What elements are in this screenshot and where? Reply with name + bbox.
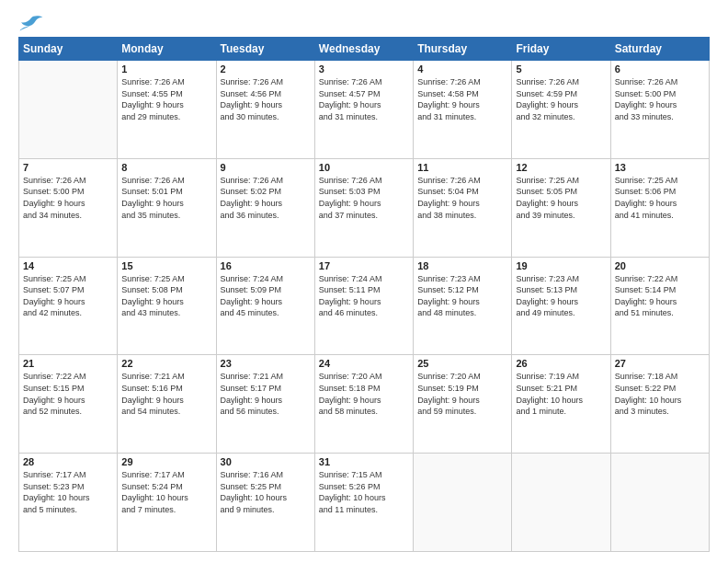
calendar-cell — [610, 454, 709, 552]
day-number: 18 — [417, 260, 507, 271]
day-info: Sunrise: 7:18 AM Sunset: 5:22 PM Dayligh… — [615, 371, 705, 417]
day-number: 2 — [221, 63, 311, 75]
day-info: Sunrise: 7:24 AM Sunset: 5:09 PM Dayligh… — [221, 273, 311, 319]
day-info: Sunrise: 7:23 AM Sunset: 5:12 PM Dayligh… — [417, 273, 507, 319]
day-info: Sunrise: 7:16 AM Sunset: 5:25 PM Dayligh… — [221, 469, 311, 515]
day-info: Sunrise: 7:21 AM Sunset: 5:17 PM Dayligh… — [221, 371, 311, 417]
calendar-cell: 23Sunrise: 7:21 AM Sunset: 5:17 PM Dayli… — [216, 355, 314, 454]
calendar-cell: 9Sunrise: 7:26 AM Sunset: 5:02 PM Daylig… — [216, 158, 314, 257]
calendar-cell: 12Sunrise: 7:25 AM Sunset: 5:05 PM Dayli… — [512, 158, 610, 257]
calendar-cell: 15Sunrise: 7:25 AM Sunset: 5:08 PM Dayli… — [118, 257, 216, 355]
day-info: Sunrise: 7:25 AM Sunset: 5:06 PM Dayligh… — [615, 175, 705, 221]
day-number: 17 — [319, 260, 409, 271]
calendar-cell: 24Sunrise: 7:20 AM Sunset: 5:18 PM Dayli… — [314, 355, 413, 454]
day-info: Sunrise: 7:26 AM Sunset: 4:55 PM Dayligh… — [121, 76, 211, 122]
calendar-cell: 6Sunrise: 7:26 AM Sunset: 5:00 PM Daylig… — [610, 61, 709, 159]
calendar-cell: 14Sunrise: 7:25 AM Sunset: 5:07 PM Dayli… — [19, 257, 118, 355]
day-number: 4 — [417, 63, 507, 75]
calendar-week-row: 14Sunrise: 7:25 AM Sunset: 5:07 PM Dayli… — [19, 257, 710, 355]
day-number: 14 — [23, 260, 113, 271]
calendar-cell: 7Sunrise: 7:26 AM Sunset: 5:00 PM Daylig… — [19, 158, 118, 257]
day-info: Sunrise: 7:26 AM Sunset: 4:57 PM Dayligh… — [319, 76, 409, 122]
calendar-cell: 30Sunrise: 7:16 AM Sunset: 5:25 PM Dayli… — [216, 454, 314, 552]
calendar-week-row: 28Sunrise: 7:17 AM Sunset: 5:23 PM Dayli… — [19, 454, 710, 552]
day-number: 26 — [516, 358, 606, 369]
calendar-cell: 20Sunrise: 7:22 AM Sunset: 5:14 PM Dayli… — [610, 257, 709, 355]
calendar-cell: 3Sunrise: 7:26 AM Sunset: 4:57 PM Daylig… — [314, 61, 413, 159]
calendar-cell: 16Sunrise: 7:24 AM Sunset: 5:09 PM Dayli… — [216, 257, 314, 355]
day-number: 9 — [221, 162, 311, 173]
calendar-cell: 27Sunrise: 7:18 AM Sunset: 5:22 PM Dayli… — [610, 355, 709, 454]
day-number: 6 — [615, 63, 705, 75]
day-info: Sunrise: 7:26 AM Sunset: 5:03 PM Dayligh… — [319, 175, 409, 221]
day-number: 11 — [417, 162, 507, 173]
day-info: Sunrise: 7:22 AM Sunset: 5:15 PM Dayligh… — [23, 371, 113, 417]
day-info: Sunrise: 7:22 AM Sunset: 5:14 PM Dayligh… — [615, 273, 705, 319]
day-info: Sunrise: 7:26 AM Sunset: 4:58 PM Dayligh… — [417, 76, 507, 122]
day-info: Sunrise: 7:25 AM Sunset: 5:05 PM Dayligh… — [516, 175, 606, 221]
logo — [18, 15, 53, 31]
day-number: 30 — [221, 456, 311, 467]
calendar-cell: 31Sunrise: 7:15 AM Sunset: 5:26 PM Dayli… — [314, 454, 413, 552]
day-number: 21 — [23, 358, 113, 369]
day-info: Sunrise: 7:20 AM Sunset: 5:19 PM Dayligh… — [417, 371, 507, 417]
calendar-cell — [414, 454, 512, 552]
day-number: 19 — [516, 260, 606, 271]
calendar-cell: 18Sunrise: 7:23 AM Sunset: 5:12 PM Dayli… — [414, 257, 512, 355]
day-number: 1 — [121, 63, 211, 75]
day-number: 24 — [319, 358, 409, 369]
day-info: Sunrise: 7:25 AM Sunset: 5:08 PM Dayligh… — [121, 273, 211, 319]
calendar-table: SundayMondayTuesdayWednesdayThursdayFrid… — [18, 37, 710, 552]
calendar-week-row: 21Sunrise: 7:22 AM Sunset: 5:15 PM Dayli… — [19, 355, 710, 454]
calendar-cell: 4Sunrise: 7:26 AM Sunset: 4:58 PM Daylig… — [414, 61, 512, 159]
calendar-cell: 21Sunrise: 7:22 AM Sunset: 5:15 PM Dayli… — [19, 355, 118, 454]
day-number: 8 — [121, 162, 211, 173]
day-info: Sunrise: 7:15 AM Sunset: 5:26 PM Dayligh… — [319, 469, 409, 515]
calendar-cell: 8Sunrise: 7:26 AM Sunset: 5:01 PM Daylig… — [118, 158, 216, 257]
day-number: 10 — [319, 162, 409, 173]
day-number: 5 — [516, 63, 606, 75]
calendar-cell: 25Sunrise: 7:20 AM Sunset: 5:19 PM Dayli… — [414, 355, 512, 454]
calendar-cell: 1Sunrise: 7:26 AM Sunset: 4:55 PM Daylig… — [118, 61, 216, 159]
calendar-header-row: SundayMondayTuesdayWednesdayThursdayFrid… — [19, 38, 710, 61]
calendar-cell: 26Sunrise: 7:19 AM Sunset: 5:21 PM Dayli… — [512, 355, 610, 454]
calendar-cell: 5Sunrise: 7:26 AM Sunset: 4:59 PM Daylig… — [512, 61, 610, 159]
page: SundayMondayTuesdayWednesdayThursdayFrid… — [0, 0, 728, 563]
col-header-monday: Monday — [118, 38, 216, 61]
day-number: 22 — [121, 358, 211, 369]
day-number: 7 — [23, 162, 113, 173]
calendar-cell: 11Sunrise: 7:26 AM Sunset: 5:04 PM Dayli… — [414, 158, 512, 257]
calendar-cell: 13Sunrise: 7:25 AM Sunset: 5:06 PM Dayli… — [610, 158, 709, 257]
day-info: Sunrise: 7:25 AM Sunset: 5:07 PM Dayligh… — [23, 273, 113, 319]
calendar-cell — [512, 454, 610, 552]
col-header-saturday: Saturday — [610, 38, 709, 61]
calendar-cell: 19Sunrise: 7:23 AM Sunset: 5:13 PM Dayli… — [512, 257, 610, 355]
day-number: 16 — [221, 260, 311, 271]
day-info: Sunrise: 7:24 AM Sunset: 5:11 PM Dayligh… — [319, 273, 409, 319]
day-number: 29 — [121, 456, 211, 467]
logo-icon — [18, 15, 44, 31]
day-number: 12 — [516, 162, 606, 173]
calendar-week-row: 1Sunrise: 7:26 AM Sunset: 4:55 PM Daylig… — [19, 61, 710, 159]
col-header-sunday: Sunday — [19, 38, 118, 61]
day-number: 23 — [221, 358, 311, 369]
calendar-week-row: 7Sunrise: 7:26 AM Sunset: 5:00 PM Daylig… — [19, 158, 710, 257]
day-info: Sunrise: 7:26 AM Sunset: 4:59 PM Dayligh… — [516, 76, 606, 122]
calendar-cell — [19, 61, 118, 159]
day-number: 13 — [615, 162, 705, 173]
calendar-cell: 17Sunrise: 7:24 AM Sunset: 5:11 PM Dayli… — [314, 257, 413, 355]
calendar-cell: 29Sunrise: 7:17 AM Sunset: 5:24 PM Dayli… — [118, 454, 216, 552]
day-info: Sunrise: 7:26 AM Sunset: 5:04 PM Dayligh… — [417, 175, 507, 221]
day-number: 31 — [319, 456, 409, 467]
day-info: Sunrise: 7:20 AM Sunset: 5:18 PM Dayligh… — [319, 371, 409, 417]
day-info: Sunrise: 7:17 AM Sunset: 5:24 PM Dayligh… — [121, 469, 211, 515]
calendar-cell: 2Sunrise: 7:26 AM Sunset: 4:56 PM Daylig… — [216, 61, 314, 159]
day-number: 20 — [615, 260, 705, 271]
day-number: 15 — [121, 260, 211, 271]
day-info: Sunrise: 7:26 AM Sunset: 5:02 PM Dayligh… — [221, 175, 311, 221]
col-header-thursday: Thursday — [414, 38, 512, 61]
day-info: Sunrise: 7:21 AM Sunset: 5:16 PM Dayligh… — [121, 371, 211, 417]
day-number: 27 — [615, 358, 705, 369]
col-header-friday: Friday — [512, 38, 610, 61]
day-info: Sunrise: 7:26 AM Sunset: 5:00 PM Dayligh… — [615, 76, 705, 122]
